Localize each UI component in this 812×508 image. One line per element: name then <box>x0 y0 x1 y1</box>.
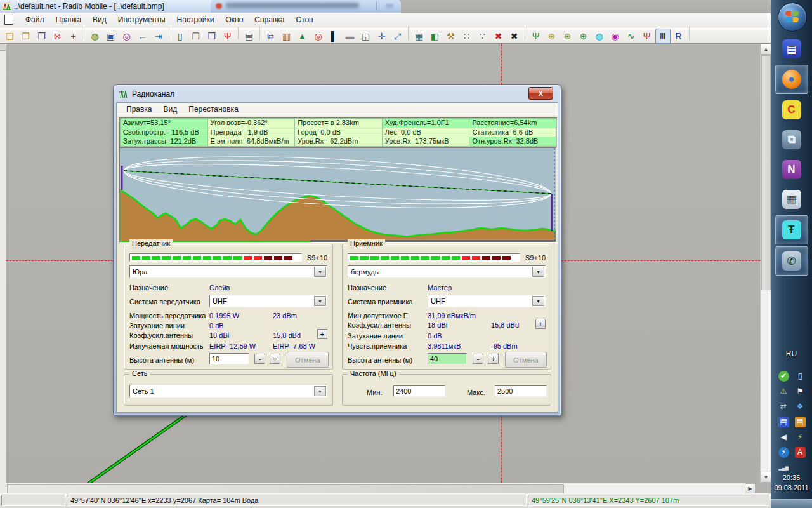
taskbar-save-button[interactable]: ▤ <box>776 35 808 63</box>
vertical-scrollbar[interactable]: ▲ ▼ <box>760 44 771 483</box>
mdi-document-icon[interactable] <box>4 15 13 25</box>
taskbar-clock[interactable]: 20:35 <box>771 474 812 481</box>
tx-station-select[interactable]: Юра ▼ <box>129 265 327 278</box>
rx-height-increase-button[interactable]: + <box>488 354 499 364</box>
add-unit-icon[interactable]: + <box>66 29 81 44</box>
select-units-icon[interactable]: ∷ <box>459 29 475 44</box>
new-networks-file-icon[interactable]: ❏ <box>3 29 18 44</box>
terrain-tools-icon[interactable]: ⚒ <box>443 29 459 44</box>
resize-map-icon[interactable]: ⤢ <box>390 29 405 44</box>
map-zoom-icon[interactable]: ◎ <box>119 29 134 44</box>
dropbox-tray-icon[interactable]: ❖ <box>795 401 806 412</box>
acronis-tray-icon[interactable]: A <box>795 447 806 458</box>
menu-item-Справка[interactable]: Справка <box>249 15 290 24</box>
rx-height-decrease-button[interactable]: - <box>473 354 483 364</box>
menu-item-Вид[interactable]: Вид <box>87 15 112 24</box>
next-view-icon[interactable]: ⇥ <box>151 29 166 44</box>
tx-height-increase-button[interactable]: + <box>270 354 280 364</box>
battery-tray-icon[interactable]: ▯ <box>795 371 806 382</box>
menu-item-Правка[interactable]: Правка <box>50 15 88 24</box>
dropdown-arrow-icon[interactable]: ▼ <box>314 296 326 306</box>
taskbar-date[interactable]: 09.08.2011 <box>771 484 812 491</box>
grayscale-icon[interactable]: ▌ <box>327 29 342 44</box>
rx-station-select[interactable]: бермуды ▼ <box>348 265 546 278</box>
frequency-sweep-icon[interactable]: Ⅲ <box>655 29 671 44</box>
radio-link-dialog[interactable]: Радиоканал X ПравкаВидПерестановка Азиму… <box>113 84 561 416</box>
power-tray-icon[interactable]: ⚡ <box>795 432 806 443</box>
tx-undo-button[interactable]: Отмена <box>287 352 329 368</box>
view-pattern-icon[interactable]: ∿ <box>624 29 639 44</box>
selection-frame-icon[interactable]: ◱ <box>358 29 374 44</box>
find-best-site-icon[interactable]: ◍ <box>592 29 607 44</box>
antivirus-tray-icon[interactable]: ⚠ <box>778 386 789 397</box>
menu-item-Стоп[interactable]: Стоп <box>290 15 318 24</box>
messenger-tray-icon[interactable]: ✔ <box>778 371 789 382</box>
delete-picture-icon[interactable]: ✖ <box>491 29 506 44</box>
menu-item-Окно[interactable]: Окно <box>219 15 249 24</box>
backup-tray-icon[interactable]: ▤ <box>778 417 789 427</box>
world-map-icon[interactable]: ◍ <box>88 29 103 44</box>
target-cursor-icon[interactable]: ◎ <box>311 29 326 44</box>
network-select[interactable]: Сеть 1 ▼ <box>129 385 327 398</box>
tx-antenna-detail-button[interactable]: + <box>317 329 327 339</box>
ruler-icon[interactable]: ▬ <box>343 29 358 44</box>
menu-item-Правка[interactable]: Правка <box>121 104 158 116</box>
usb-tray-icon[interactable]: ⇄ <box>778 401 789 412</box>
previous-view-icon[interactable]: ← <box>135 29 150 44</box>
horizontal-scroll-thumb[interactable] <box>7 484 564 493</box>
print-icon[interactable]: ▤ <box>242 29 257 44</box>
close-picture-icon[interactable]: ✖ <box>507 29 522 44</box>
dialog-close-button[interactable]: X <box>528 87 553 100</box>
open-picture-icon[interactable]: ❐ <box>188 29 204 44</box>
rx-undo-button[interactable]: Отмена <box>505 352 547 368</box>
new-tab-button[interactable] <box>386 4 393 8</box>
rx-antenna-height-input[interactable] <box>428 353 467 364</box>
save-picture-icon[interactable]: ❒ <box>204 29 219 44</box>
dialog-titlebar[interactable]: Радиоканал <box>114 85 561 102</box>
organizer-tray-icon[interactable]: ▤ <box>795 417 806 427</box>
show-desktop-button[interactable] <box>771 499 812 508</box>
rx-antenna-detail-button[interactable]: + <box>535 319 546 329</box>
tx-height-decrease-button[interactable]: - <box>254 354 265 364</box>
dropdown-arrow-icon[interactable]: ▼ <box>314 267 326 277</box>
action-center-tray-icon[interactable]: ⚑ <box>795 386 806 397</box>
dropdown-arrow-icon[interactable]: ▼ <box>532 267 544 277</box>
menu-item-Настройки[interactable]: Настройки <box>171 15 220 24</box>
frequency-min-input[interactable] <box>393 385 445 397</box>
menu-item-Файл[interactable]: Файл <box>20 15 50 24</box>
scroll-down-button[interactable]: ▼ <box>761 472 771 483</box>
visual-coverage-icon[interactable]: ◉ <box>608 29 623 44</box>
dropdown-arrow-icon[interactable]: ▼ <box>314 386 326 396</box>
language-indicator[interactable]: RU <box>771 349 812 358</box>
taskbar-calculator-button[interactable]: ▦ <box>776 185 808 213</box>
tx-antenna-height-input[interactable] <box>209 353 249 364</box>
background-browser-tabs[interactable] <box>211 0 401 13</box>
copy-icon[interactable]: ⧉ <box>263 29 278 44</box>
polar-coverage-icon[interactable]: ⊕ <box>576 29 591 44</box>
grid-dots-icon[interactable]: ∵ <box>475 29 490 44</box>
center-map-icon[interactable]: ✛ <box>374 29 390 44</box>
elevation-data-icon[interactable]: ▲ <box>295 29 310 44</box>
menu-item-Инструменты[interactable]: Инструменты <box>112 15 171 24</box>
volume-tray-icon[interactable]: ◀ <box>778 432 789 443</box>
dropdown-arrow-icon[interactable]: ▼ <box>532 296 544 306</box>
scroll-up-button[interactable]: ▲ <box>761 44 771 55</box>
taskbar-paint-button[interactable]: C <box>776 96 808 124</box>
vertical-scroll-thumb[interactable] <box>761 55 771 290</box>
main-titlebar[interactable]: ..\default.net - Radio Mobile - [..\defa… <box>0 0 219 13</box>
daemon-tools-tray-icon[interactable]: ⚡ <box>778 447 789 458</box>
networks-properties-icon[interactable]: ⊠ <box>50 29 65 44</box>
rx-system-select[interactable]: UHF ▼ <box>428 295 546 307</box>
taskbar-phone-button[interactable]: ✆ <box>775 246 808 276</box>
menu-item-Перестановка[interactable]: Перестановка <box>183 104 244 116</box>
taskbar-radio-mobile-button[interactable]: Ŧ <box>775 215 808 244</box>
frequency-max-input[interactable] <box>495 385 547 397</box>
tx-system-select[interactable]: UHF ▼ <box>209 295 327 307</box>
new-picture-icon[interactable]: ▯ <box>173 29 188 44</box>
radio-link-icon[interactable]: Ψ <box>528 29 544 44</box>
merge-pictures-icon[interactable]: ◧ <box>428 29 443 44</box>
menu-item-Вид[interactable]: Вид <box>158 104 183 116</box>
picture-antenna-icon[interactable]: Ψ <box>220 29 235 44</box>
horizontal-scrollbar[interactable]: ▶ <box>6 483 756 494</box>
paste-icon[interactable]: ▥ <box>279 29 294 44</box>
